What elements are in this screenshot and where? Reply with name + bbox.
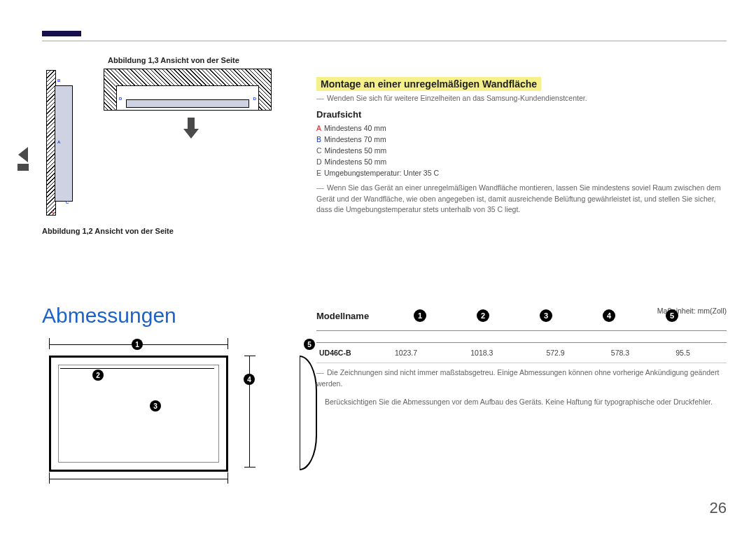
device-top-slab: [126, 99, 249, 108]
marker-2: 2: [92, 370, 104, 381]
figure-caption-top: Abbildung 1,3 Ansicht von der Seite: [108, 56, 294, 64]
mounting-section: Montage an einer unregelmäßigen Wandfläc…: [316, 77, 727, 223]
col-marker-3: 3: [540, 309, 552, 322]
header-rule: [42, 41, 727, 41]
mounting-paragraph: ―Wenn Sie das Gerät an einer unregelmäßi…: [316, 183, 727, 215]
spec-b: BMindestens 70 mm: [316, 135, 727, 143]
dimensions-table-section: Maßeinheit: mm(Zoll) Modellname 1 2 3 4 …: [316, 307, 727, 414]
table-note-1: ―Die Zeichnungen sind nicht immer maßsta…: [316, 367, 727, 389]
header-accent-bar: [42, 31, 81, 36]
cell-v3: 572.9: [543, 343, 608, 363]
label-d-right: D: [253, 97, 256, 101]
spec-a: AMindestens 40 mm: [316, 124, 727, 132]
mounting-title: Montage an einer unregelmäßigen Wandfläc…: [316, 77, 541, 91]
mounting-subtitle: Draufsicht: [316, 109, 727, 120]
spec-c: CMindestens 50 mm: [316, 146, 727, 155]
spec-d-val: Mindestens 50 mm: [325, 157, 387, 166]
cell-v5: 95.5: [673, 343, 727, 363]
table-note-1-text: Die Zeichnungen sind nicht immer maßstab…: [316, 368, 719, 388]
cell-v4: 578.3: [608, 343, 673, 363]
col-marker-2: 2: [477, 309, 489, 322]
front-view: [49, 356, 228, 472]
cell-model: UD46C-B: [316, 343, 392, 363]
dim-line-4: [249, 356, 250, 468]
top-view-diagram: D D: [104, 69, 272, 146]
spec-e: EUmgebungstemperatur: Unter 35 C: [316, 169, 727, 177]
page-number: 26: [710, 499, 727, 517]
mounting-paragraph-text: Wenn Sie das Gerät an einer unregelmäßig…: [316, 183, 721, 213]
figure-top-group: B A C E D D: [42, 69, 294, 217]
header-markers: 1 2 3 4 5: [414, 309, 678, 322]
model-label: Modellname: [316, 311, 369, 321]
dimension-drawings: 1 2 3 4 5: [42, 339, 294, 493]
marker-3: 3: [150, 400, 161, 412]
figure-caption-bottom: Abbildung 1,2 Ansicht von der Seite: [42, 227, 294, 235]
col-marker-5: 5: [666, 309, 678, 322]
col-marker-1: 1: [414, 309, 426, 322]
label-c: C: [66, 200, 69, 204]
label-a: A: [57, 140, 60, 144]
spec-a-val: Mindestens 40 mm: [324, 124, 386, 132]
side-view-diagram: B A C E: [42, 70, 90, 217]
col-marker-4: 4: [603, 309, 615, 322]
cell-v1: 1023.7: [392, 343, 468, 363]
table-header-row: Modellname 1 2 3 4 5: [316, 309, 657, 322]
spec-c-val: Mindestens 50 mm: [325, 146, 387, 155]
table-row: UD46C-B 1023.7 1018.3 572.9 578.3 95.5: [316, 343, 727, 363]
mounting-note: ―Wenden Sie sich für weitere Einzelheite…: [316, 94, 727, 102]
label-e: E: [52, 210, 55, 214]
dim-line-2: [60, 368, 214, 369]
dim-line-bottom: [49, 479, 228, 479]
side-arc: [300, 356, 317, 470]
mounting-note-text: Wenden Sie sich für weitere Einzelheiten…: [327, 94, 587, 102]
table-note-2: Berücksichtigen Sie die Abmessungen vor …: [316, 397, 727, 407]
label-d-left: D: [119, 97, 122, 101]
spec-b-val: Mindestens 70 mm: [324, 135, 386, 143]
marker-1: 1: [132, 339, 143, 350]
dimensions-heading: Abmessungen: [42, 304, 176, 328]
figure-column: Abbildung 1,3 Ansicht von der Seite B A …: [42, 56, 294, 235]
label-b: B: [57, 78, 60, 83]
spec-d: DMindestens 50 mm: [316, 157, 727, 166]
page: Abbildung 1,3 Ansicht von der Seite B A …: [0, 0, 756, 534]
spec-e-val: Umgebungstemperatur: Unter 35 C: [324, 169, 439, 177]
dimensions-table: UD46C-B 1023.7 1018.3 572.9 578.3 95.5: [316, 330, 727, 363]
cell-v2: 1018.3: [468, 343, 543, 363]
marker-5: 5: [304, 339, 315, 350]
marker-4: 4: [244, 374, 255, 385]
